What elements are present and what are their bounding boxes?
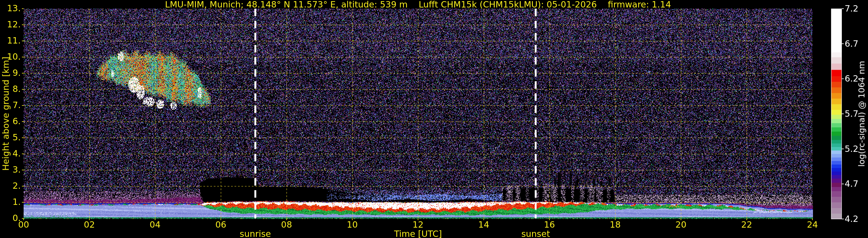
x-axis-tick-label: 24 (798, 220, 827, 230)
y-axis-tick-label: 11. (0, 36, 21, 46)
y-axis-tick-label: 3. (0, 165, 21, 175)
y-axis-tick-label: 10. (0, 52, 21, 62)
x-axis-tick-label: 10 (338, 220, 367, 230)
colorbar-tick-label: 6.7 (845, 39, 868, 49)
y-axis-tick-label: 6. (0, 116, 21, 126)
colorbar-tick-label: 5.2 (845, 144, 868, 154)
y-axis-tick-label: 4. (0, 149, 21, 158)
x-axis-tick-label: 06 (207, 220, 236, 230)
x-axis-tick-label: 12 (404, 220, 432, 230)
y-axis-tick-label: 2. (0, 181, 21, 191)
x-axis-tick-label: 18 (601, 220, 630, 230)
x-axis-tick-label: 00 (9, 220, 38, 230)
y-axis-tick-label: 8. (0, 84, 21, 94)
chart-title: LMU-MIM, Munich; 48.148° N 11.573° E, al… (24, 0, 812, 9)
sunset-annotation-label: sunset (492, 229, 579, 238)
x-axis-tick-label: 16 (535, 220, 564, 230)
x-axis-label: Time [UTC] (375, 229, 461, 238)
colorbar-tick-label: 5.7 (845, 109, 868, 119)
y-axis-tick-label: 5. (0, 132, 21, 142)
y-axis-tick-label: 1. (0, 197, 21, 207)
sunrise-annotation-label: sunrise (212, 229, 299, 238)
y-axis-tick-label: 12. (0, 20, 21, 29)
colorbar-tick-label: 6.2 (845, 74, 868, 84)
colorbar-tick-label: 4.7 (845, 179, 868, 189)
colorbar-tick-label: 4.2 (845, 214, 868, 224)
ceilometer-quicklook: LMU-MIM, Munich; 48.148° N 11.573° E, al… (0, 0, 868, 238)
x-axis-tick-label: 20 (666, 220, 695, 230)
y-axis-tick-label: 13. (0, 3, 21, 13)
x-axis-tick-label: 04 (141, 220, 169, 230)
y-axis-tick-label: 7. (0, 100, 21, 110)
x-axis-tick-label: 22 (732, 220, 761, 230)
colorbar-tick-label: 7.2 (845, 4, 868, 13)
x-axis-tick-label: 08 (272, 220, 301, 230)
x-axis-tick-label: 14 (469, 220, 498, 230)
y-axis-tick-label: 9. (0, 68, 21, 78)
heatmap-canvas (0, 0, 868, 238)
x-axis-tick-label: 02 (75, 220, 104, 230)
